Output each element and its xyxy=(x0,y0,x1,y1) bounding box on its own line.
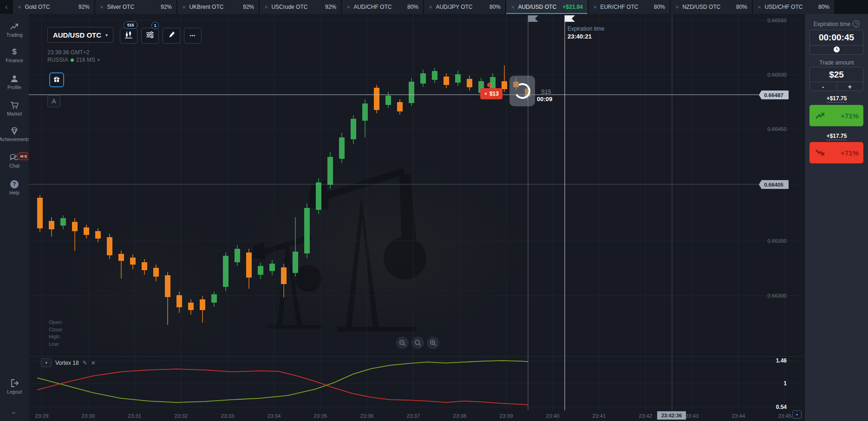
tab-label: UKBrent OTC xyxy=(189,4,223,10)
help-icon: ? xyxy=(10,180,19,188)
trading-chart-icon xyxy=(10,22,19,31)
asset-tab-silver[interactable]: ✕Silver OTC92% xyxy=(95,0,176,14)
close-icon[interactable]: ✕ xyxy=(593,5,597,10)
svg-text:23:40: 23:40 xyxy=(546,413,560,419)
asset-tab-gold[interactable]: ✕Gold OTC92% xyxy=(13,0,94,14)
amount-decrease-button[interactable]: - xyxy=(810,82,837,91)
drawing-tools-button[interactable] xyxy=(163,28,180,44)
more-options-button[interactable]: ••• xyxy=(184,28,202,44)
asset-tab-audjpy[interactable]: ✕AUD/JPY OTC80% xyxy=(424,0,505,14)
sidebar-item-achievements[interactable]: Achievements xyxy=(0,127,29,142)
sidebar-item-profile[interactable]: Profile xyxy=(0,74,29,90)
indicator-count-badge: 1 xyxy=(151,22,159,29)
sidebar-collapse-arrow[interactable]: ← xyxy=(0,408,29,415)
svg-text:23:39: 23:39 xyxy=(500,413,513,419)
sidebar-item-market[interactable]: Market xyxy=(0,101,29,117)
asset-tab-audusd-active[interactable]: ✕AUD/USD OTC+$21.84 xyxy=(506,0,587,14)
close-icon[interactable]: ✕ xyxy=(346,5,350,10)
close-icon[interactable]: ✕ xyxy=(511,5,515,10)
ohlc-open-label: Open: xyxy=(49,319,63,326)
indicator-remove-icon[interactable]: ✕ xyxy=(91,360,96,366)
info-icon[interactable]: ? xyxy=(853,20,860,27)
svg-text:23:41: 23:41 xyxy=(593,413,606,419)
buy-payout-row: +$17.75 xyxy=(805,95,868,103)
close-icon[interactable]: ✕ xyxy=(264,5,268,10)
expiration-time-label: Expiration time xyxy=(814,21,850,27)
asset-tab-ukbrent[interactable]: ✕UKBrent OTC92% xyxy=(177,0,259,14)
asset-tab-nzdusd[interactable]: ✕NZD/USD OTC80% xyxy=(671,0,752,14)
purchase-countdown: 00:09 xyxy=(537,96,552,103)
arrow-up-right-icon xyxy=(815,111,825,120)
chart-area: 0.665500.665000.664500.663500.663001.461… xyxy=(29,14,804,421)
close-icon[interactable]: ✕ xyxy=(182,5,186,10)
tab-label: NZD/USD OTC xyxy=(682,4,720,10)
trade-amount-label: Trade amount xyxy=(819,59,854,66)
sidebar-item-finance[interactable]: $ Finance xyxy=(0,47,29,63)
profile-user-icon xyxy=(10,74,19,83)
ohlc-high-label: High: xyxy=(49,333,63,341)
timeframe-badge: S15 xyxy=(124,21,137,29)
sidebar-item-logout[interactable]: Logout xyxy=(0,379,29,395)
server-latency-selector[interactable]: RUSSIA 216 MS ▾ xyxy=(47,57,100,63)
chat-unread-badge: ✉8 xyxy=(17,152,30,160)
expiration-clock-button[interactable] xyxy=(810,45,863,55)
server-name: RUSSIA xyxy=(47,57,68,63)
tabs-scroll-left-chevron[interactable]: ‹ xyxy=(0,0,13,14)
svg-text:23:36: 23:36 xyxy=(360,413,374,419)
pair-selector-label: AUD/USD OTC xyxy=(53,31,101,39)
pair-selector-button[interactable]: AUD/USD OTC ▾ xyxy=(47,27,113,43)
indicators-button[interactable] xyxy=(141,28,159,44)
zoom-reset-button[interactable] xyxy=(411,337,424,349)
chart-type-button[interactable] xyxy=(120,28,137,44)
close-icon[interactable]: ✕ xyxy=(757,5,761,10)
tab-payout: 92% xyxy=(243,4,254,10)
buy-percent: +71% xyxy=(841,112,859,120)
chart-canvas[interactable]: 0.665500.665000.664500.663500.663001.461… xyxy=(29,14,804,421)
sidebar-item-help[interactable]: ? Help xyxy=(0,180,29,195)
sell-percent: +71% xyxy=(841,149,859,157)
close-icon[interactable]: ✕ xyxy=(675,5,679,10)
tab-payout: 92% xyxy=(78,4,90,10)
tab-payout: 92% xyxy=(325,4,336,10)
close-icon[interactable]: ✕ xyxy=(100,5,104,10)
asset-tab-usdchf[interactable]: ✕USD/CHF OTC80% xyxy=(753,0,834,14)
expiration-header: Expiration time ? xyxy=(805,20,868,27)
asset-tab-eurchf[interactable]: ✕EUR/CHF OTC80% xyxy=(588,0,670,14)
sidebar-item-chat[interactable]: Chat ✉8 xyxy=(0,153,29,168)
price-alert-marker-a[interactable]: A xyxy=(47,95,60,107)
trade-panel: Expiration time ? 00:00:45 Trade amount … xyxy=(804,14,868,421)
trade-amount-header: Trade amount xyxy=(805,59,868,66)
arrow-down-right-icon xyxy=(815,149,825,157)
svg-text:23:34: 23:34 xyxy=(268,413,281,419)
brush-icon xyxy=(168,31,175,40)
tab-label: USCrude OTC xyxy=(271,4,307,10)
scroll-to-latest-button[interactable]: ▾ xyxy=(792,410,802,419)
trade-amount-value[interactable]: $25 xyxy=(810,67,863,82)
expiration-time-box: 00:00:45 xyxy=(809,30,863,55)
indicator-edit-pencil-icon[interactable]: ✎ xyxy=(83,360,87,366)
indicator-collapse-caret[interactable]: ▾ xyxy=(41,358,52,367)
tab-label: AUD/JPY OTC xyxy=(436,4,472,10)
buy-call-button[interactable]: +71% xyxy=(809,105,863,126)
close-icon[interactable]: ✕ xyxy=(429,5,432,10)
sell-put-button[interactable]: +71% xyxy=(809,142,863,163)
asset-tab-audchf[interactable]: ✕AUD/CHF OTC80% xyxy=(342,0,423,14)
sidebar-item-trading[interactable]: Trading xyxy=(0,22,29,38)
sell-payout-row: +$17.75 xyxy=(805,133,868,140)
tab-payout: 92% xyxy=(161,4,172,10)
close-icon[interactable]: ✕ xyxy=(18,5,21,10)
amount-increase-button[interactable]: + xyxy=(837,82,863,91)
zoom-in-button[interactable] xyxy=(427,337,439,349)
zoom-out-button[interactable] xyxy=(396,337,409,349)
svg-text:23:44: 23:44 xyxy=(732,413,745,419)
svg-text:23:42: 23:42 xyxy=(639,413,653,419)
expiration-value: 23:40:21 xyxy=(568,33,604,40)
gift-promo-button[interactable] xyxy=(49,72,64,87)
expiration-time-value[interactable]: 00:00:45 xyxy=(810,30,863,45)
chart-clock: 23:39:36 GMT+2 xyxy=(47,49,89,56)
buy-payout-value: +$17.75 xyxy=(827,95,847,103)
chevron-down-icon: ▾ xyxy=(105,32,108,38)
asset-tab-uscrude[interactable]: ✕USCrude OTC92% xyxy=(260,0,341,14)
crosshair-price-tag: 0.66405 xyxy=(759,180,789,189)
tab-label: Gold OTC xyxy=(25,4,50,10)
